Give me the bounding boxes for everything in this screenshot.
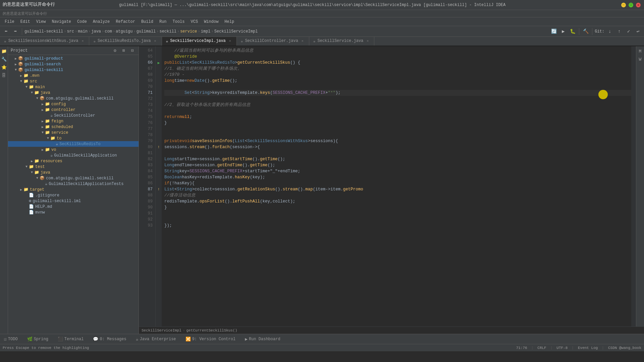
menu-edit[interactable]: Edit: [18, 19, 33, 25]
status-encoding[interactable]: UTF-8: [556, 346, 568, 350]
sidebar-settings-btn[interactable]: ⚙: [112, 47, 118, 54]
tree-item-scheduled[interactable]: ▶ 📁 scheduled: [8, 124, 139, 130]
breadcrumb-service[interactable]: service: [180, 29, 197, 34]
menu-code[interactable]: Code: [74, 19, 90, 25]
tab-seckill-controller[interactable]: ☕ SeckillController.java ✕: [237, 37, 309, 46]
maximize-button[interactable]: □: [629, 3, 633, 7]
tree-item-service[interactable]: ▼ 📁 service: [8, 130, 139, 135]
toolbar-back-btn[interactable]: ⬅: [2, 27, 10, 36]
tree-item-java[interactable]: ▼ 📁 java: [8, 90, 139, 96]
close-button[interactable]: ✕: [636, 3, 641, 7]
breadcrumb-classname[interactable]: SeckillServiceImpl: [214, 29, 258, 34]
tree-item-seckill-controller[interactable]: ☕ SeckillController: [8, 113, 139, 118]
tab-skuredisto[interactable]: ☕ SecKillSkuRedisTo.java ✕: [89, 37, 162, 46]
sidebar-tree[interactable]: ▶ 📦 gulimall-product ▶ 📦 gulimall-search…: [8, 55, 139, 334]
tab-sessions-with-skus[interactable]: ☕ SeckillSesssionsWithSkus.java ✕: [0, 37, 89, 46]
toolbar-refresh-btn[interactable]: 🔄: [550, 27, 558, 36]
tree-item-vo[interactable]: ▶ 📁 vo: [8, 147, 139, 153]
database-icon[interactable]: 🗄: [0, 72, 8, 79]
tree-item-app-tests[interactable]: ☕ GulimallSeckillApplicationTests: [8, 181, 139, 187]
tree-item-test[interactable]: ▼ 📁 test: [8, 164, 139, 170]
menu-vcs[interactable]: VCS: [188, 19, 201, 25]
tree-item-config[interactable]: ▶ 📁 config: [8, 101, 139, 107]
tree-item-iml[interactable]: ⚙ gulimall-seckill.iml: [8, 198, 139, 204]
structure-icon[interactable]: 🔧: [0, 56, 8, 63]
tab-messages[interactable]: 💬 0: Messages: [91, 335, 128, 343]
tree-item-mvnw[interactable]: 📄 mvnw: [8, 209, 139, 215]
breadcrumb-com[interactable]: com: [105, 29, 112, 34]
gutter-80[interactable]: !: [156, 144, 162, 150]
breadcrumb-impl[interactable]: impl: [201, 29, 211, 34]
minimize-button[interactable]: —: [621, 3, 626, 7]
tree-item-seckill[interactable]: ▼ 📦 gulimall-seckill: [8, 67, 139, 73]
favorites-icon[interactable]: ⭐: [0, 64, 8, 71]
breadcrumb-module[interactable]: gulimall-seckill: [24, 29, 63, 34]
menu-tools[interactable]: Tools: [170, 19, 187, 25]
tree-item-search[interactable]: ▶ 📦 gulimall-search: [8, 61, 139, 67]
toolbar-debug-btn[interactable]: 🐛: [569, 27, 577, 36]
toolbar-run-btn[interactable]: ▶: [559, 27, 567, 36]
breadcrumb-gulimall[interactable]: gulimall: [137, 29, 156, 34]
tree-item-skuredisto[interactable]: ☕ SecKillSkuRedisTo: [8, 141, 139, 147]
tree-item-test-package[interactable]: ▼ 📦 com.atguigu.gulimall.seckill: [8, 175, 139, 181]
tree-item-test-java[interactable]: ▼ 📁 java: [8, 170, 139, 175]
tab-close-controller[interactable]: ✕: [300, 39, 305, 43]
gutter-66[interactable]: ▶: [156, 60, 162, 66]
web-icon[interactable]: W: [637, 56, 644, 63]
menu-run[interactable]: Run: [157, 19, 169, 25]
breadcrumb-java[interactable]: java: [91, 29, 101, 34]
tab-spring[interactable]: 🌿 Spring: [25, 335, 50, 343]
tab-terminal[interactable]: ⬛ Terminal: [56, 335, 86, 343]
toolbar-build-btn[interactable]: 🔨: [582, 27, 590, 36]
maven-icon[interactable]: M: [637, 48, 644, 55]
tree-item-gitignore[interactable]: 📄 .gitignore: [8, 192, 139, 198]
code-lines[interactable]: //返回当前时间可以参与的秒杀商品信息 @Override public Lis…: [162, 46, 631, 326]
breadcrumb-src[interactable]: src: [67, 29, 74, 34]
toolbar-git-revert[interactable]: ↩: [634, 27, 642, 36]
tree-item-app[interactable]: ☕ GulimallSeckillApplication: [8, 153, 139, 158]
gutter-87[interactable]: !: [156, 186, 162, 192]
tree-item-target[interactable]: ▶ 📁 target: [8, 187, 139, 192]
tab-version-control[interactable]: 🔀 9: Version Control: [183, 335, 238, 343]
bc-class[interactable]: SeckillServiceImpl: [142, 328, 181, 333]
toolbar-git-push[interactable]: ↑: [615, 27, 623, 36]
toolbar-git-commit[interactable]: ✓: [625, 27, 633, 36]
tree-item-feign[interactable]: ▶ 📁 feign: [8, 118, 139, 124]
tree-item-mvn[interactable]: ▶ 📁 .mvn: [8, 73, 139, 78]
tree-item-product[interactable]: ▶ 📦 gulimall-product: [8, 56, 139, 61]
toolbar-git-update[interactable]: ↓: [606, 27, 614, 36]
bc-method[interactable]: getCurrentSeckillSkus(): [186, 328, 237, 333]
tab-seckill-service[interactable]: ☕ SeckillService.java ✕: [309, 37, 374, 46]
status-linesep[interactable]: CRLF: [537, 346, 546, 350]
menu-help[interactable]: Help: [222, 19, 237, 25]
tab-seckill-service-impl[interactable]: ☕ SeckillServiceImpl.java ✕: [162, 37, 237, 46]
menu-build[interactable]: Build: [139, 19, 156, 25]
tab-close-impl[interactable]: ✕: [228, 39, 232, 43]
menu-file[interactable]: File: [2, 19, 17, 25]
sidebar-expand-btn[interactable]: ⊞: [120, 47, 127, 54]
toolbar-forward-btn[interactable]: ➡: [11, 27, 19, 36]
menu-refactor[interactable]: Refactor: [113, 19, 138, 25]
tab-java-enterprise[interactable]: ☕ Java Enterprise: [134, 335, 178, 343]
tree-item-resources[interactable]: ▶ 📁 resources: [8, 158, 139, 164]
status-event-log[interactable]: Event Log: [578, 346, 598, 350]
tree-item-package[interactable]: ▼ 📦 com.atguigu.gulimall.seckill: [8, 96, 139, 101]
tree-item-to[interactable]: ▼ 📁 to: [8, 135, 139, 141]
project-icon[interactable]: 📁: [0, 48, 8, 55]
tab-todo[interactable]: ☑ TODO: [2, 335, 20, 343]
tab-close-service[interactable]: ✕: [365, 39, 370, 43]
tree-item-main[interactable]: ▼ 📁 main: [8, 84, 139, 90]
tree-item-help[interactable]: 📄 HELP.md: [8, 204, 139, 209]
tab-run-dashboard[interactable]: ▶ Run Dashboard: [243, 335, 282, 343]
tab-close-skuredisto[interactable]: ✕: [153, 39, 158, 43]
tab-close-sessions[interactable]: ✕: [80, 39, 85, 43]
sidebar-collapse-btn[interactable]: ⊟: [129, 47, 136, 54]
breadcrumb-main[interactable]: main: [78, 29, 88, 34]
menu-analyze[interactable]: Analyze: [90, 19, 112, 25]
menu-navigate[interactable]: Navigate: [49, 19, 74, 25]
menu-view[interactable]: View: [34, 19, 49, 25]
tree-item-controller[interactable]: ▶ 📁 controller: [8, 107, 139, 113]
breadcrumb-seckill[interactable]: seckill: [160, 29, 176, 34]
tree-item-src[interactable]: ▼ 📁 src: [8, 78, 139, 84]
menu-window[interactable]: Window: [201, 19, 221, 25]
